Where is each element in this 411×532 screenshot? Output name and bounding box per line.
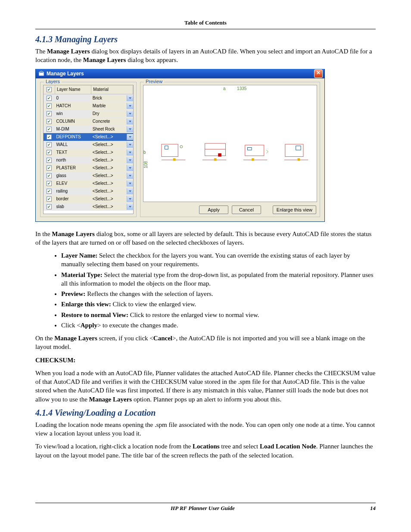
chevron-down-icon[interactable] xyxy=(127,149,133,156)
material-cell[interactable]: <Select...> xyxy=(91,141,133,149)
check-icon[interactable]: ✔ xyxy=(47,173,52,178)
material-cell[interactable]: <Select...> xyxy=(91,172,133,180)
text: Click to view the enlarged view. xyxy=(111,301,196,308)
floorplan xyxy=(161,141,312,164)
col-check[interactable]: ✔ xyxy=(44,85,55,94)
apply-button[interactable]: Apply xyxy=(199,205,228,214)
titlebar[interactable]: Manage Layers ✕ xyxy=(36,69,324,78)
table-row[interactable]: ✔DEFPOINTS<Select...> xyxy=(44,133,133,141)
table-row[interactable]: ✔COLUMNConcrete xyxy=(44,118,133,125)
table-row[interactable]: ✔PLASTER<Select...> xyxy=(44,164,133,172)
text: Select the material type from the drop-d… xyxy=(61,271,374,287)
table-row[interactable]: ✔winDry xyxy=(44,110,133,118)
row-check-cell[interactable]: ✔ xyxy=(44,156,55,164)
text: On the xyxy=(35,335,54,342)
material-cell[interactable]: Concrete xyxy=(91,118,133,125)
check-icon[interactable]: ✔ xyxy=(47,196,52,202)
table-row[interactable]: ✔WALL<Select...> xyxy=(44,141,133,149)
check-icon[interactable]: ✔ xyxy=(47,189,52,194)
chevron-down-icon[interactable] xyxy=(127,204,133,210)
chevron-down-icon[interactable] xyxy=(127,157,133,163)
row-check-cell[interactable]: ✔ xyxy=(44,172,55,180)
row-check-cell[interactable]: ✔ xyxy=(44,118,55,125)
chevron-down-icon[interactable] xyxy=(127,165,133,171)
table-row[interactable]: ✔M-DIMSheet Rock xyxy=(44,125,133,133)
row-check-cell[interactable]: ✔ xyxy=(44,102,55,110)
material-value: <Select...> xyxy=(91,189,115,193)
row-check-cell[interactable]: ✔ xyxy=(44,180,55,187)
chevron-down-icon[interactable] xyxy=(127,180,133,187)
cancel-button[interactable]: Cancel xyxy=(232,205,261,214)
check-icon[interactable]: ✔ xyxy=(47,142,52,147)
layers-fieldset: Layers ✔ Layer Name Material ✔0Brick✔HAT… xyxy=(40,82,137,217)
table-row[interactable]: ✔ELEV<Select...> xyxy=(44,180,133,187)
row-check-cell[interactable]: ✔ xyxy=(44,141,55,149)
check-icon[interactable]: ✔ xyxy=(47,158,52,163)
row-check-cell[interactable]: ✔ xyxy=(44,195,55,203)
text-bold: Manage Layers xyxy=(89,396,132,403)
check-icon[interactable]: ✔ xyxy=(47,103,52,109)
table-row[interactable]: ✔slab<Select...> xyxy=(44,203,133,211)
table-row[interactable]: ✔HATCHMarble xyxy=(44,102,133,110)
close-icon[interactable]: ✕ xyxy=(314,69,323,78)
material-cell[interactable]: <Select...> xyxy=(91,203,133,211)
check-icon[interactable]: ✔ xyxy=(47,204,52,209)
chevron-down-icon[interactable] xyxy=(127,142,133,148)
material-value: Concrete xyxy=(91,119,112,124)
row-check-cell[interactable]: ✔ xyxy=(44,203,55,211)
check-icon[interactable]: ✔ xyxy=(47,127,52,132)
material-cell[interactable]: <Select...> xyxy=(91,180,133,187)
row-check-cell[interactable]: ✔ xyxy=(44,164,55,172)
material-cell[interactable]: <Select...> xyxy=(91,164,133,172)
chevron-down-icon[interactable] xyxy=(127,111,133,117)
table-row[interactable]: ✔0Brick xyxy=(44,94,133,102)
chevron-down-icon[interactable] xyxy=(127,188,133,194)
material-cell[interactable]: <Select...> xyxy=(91,133,133,141)
table-row[interactable]: ✔railing<Select...> xyxy=(44,187,133,195)
check-icon[interactable]: ✔ xyxy=(47,111,52,116)
check-icon[interactable]: ✔ xyxy=(47,165,52,171)
table-row[interactable]: ✔north<Select...> xyxy=(44,156,133,164)
check-icon[interactable]: ✔ xyxy=(47,119,52,124)
chevron-down-icon[interactable] xyxy=(127,95,133,101)
material-cell[interactable]: Sheet Rock xyxy=(91,125,133,133)
enlarge-button[interactable]: Enlarge this view xyxy=(273,205,316,214)
material-cell[interactable]: Dry xyxy=(91,110,133,118)
material-cell[interactable]: Brick xyxy=(91,94,133,102)
chevron-down-icon[interactable] xyxy=(127,173,133,179)
row-check-cell[interactable]: ✔ xyxy=(44,94,55,102)
list-item: Layer Name: Select the checkbox for the … xyxy=(61,251,376,269)
row-check-cell[interactable]: ✔ xyxy=(44,149,55,156)
material-cell[interactable]: <Select...> xyxy=(91,149,133,156)
material-cell[interactable]: Marble xyxy=(91,102,133,110)
table-row[interactable]: ✔glass<Select...> xyxy=(44,172,133,180)
chevron-down-icon[interactable] xyxy=(127,126,133,132)
chevron-down-icon[interactable] xyxy=(127,103,133,109)
footer-rule xyxy=(35,503,376,503)
layer-name-cell: DEFPOINTS xyxy=(55,133,91,141)
row-check-cell[interactable]: ✔ xyxy=(44,125,55,133)
check-icon[interactable]: ✔ xyxy=(47,96,52,101)
layers-table: ✔ Layer Name Material ✔0Brick✔HATCHMarbl… xyxy=(44,85,133,211)
check-icon[interactable]: ✔ xyxy=(47,134,52,140)
text-bold: Manage Layers xyxy=(83,56,126,63)
row-check-cell[interactable]: ✔ xyxy=(44,187,55,195)
col-layer-name[interactable]: Layer Name xyxy=(55,85,91,94)
check-icon[interactable]: ✔ xyxy=(47,150,52,155)
row-check-cell[interactable]: ✔ xyxy=(44,133,55,141)
chevron-down-icon[interactable] xyxy=(127,134,133,140)
svg-rect-4 xyxy=(173,158,176,161)
check-icon[interactable]: ✔ xyxy=(47,181,52,186)
chevron-down-icon[interactable] xyxy=(127,196,133,202)
table-row[interactable]: ✔TEXT<Select...> xyxy=(44,149,133,156)
material-cell[interactable]: <Select...> xyxy=(91,187,133,195)
material-cell[interactable]: <Select...> xyxy=(91,195,133,203)
svg-rect-0 xyxy=(39,72,44,76)
table-row[interactable]: ✔border<Select...> xyxy=(44,195,133,203)
row-check-cell[interactable]: ✔ xyxy=(44,110,55,118)
header-check-icon[interactable]: ✔ xyxy=(47,87,52,92)
col-material[interactable]: Material xyxy=(91,85,133,94)
app-icon xyxy=(38,71,44,77)
material-cell[interactable]: <Select...> xyxy=(91,156,133,164)
chevron-down-icon[interactable] xyxy=(127,118,133,124)
